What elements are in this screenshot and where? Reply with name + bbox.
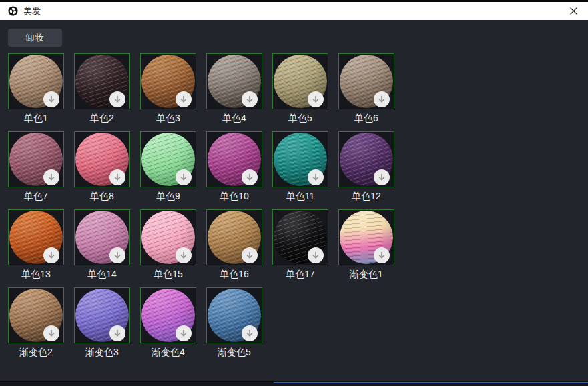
hair-color-tile[interactable]	[140, 53, 196, 109]
download-button[interactable]	[242, 169, 258, 185]
hair-color-cell: 单色3	[140, 53, 196, 124]
hair-color-tile[interactable]	[74, 53, 130, 109]
download-icon	[47, 173, 56, 182]
close-button[interactable]	[567, 5, 580, 18]
tile-label: 单色8	[74, 190, 130, 202]
download-icon	[245, 95, 254, 104]
hair-color-tile[interactable]	[74, 287, 130, 343]
tile-label: 单色15	[140, 268, 196, 280]
hair-color-cell: 单色11	[272, 131, 328, 202]
download-icon	[311, 95, 320, 104]
download-button[interactable]	[109, 169, 125, 185]
obs-logo-icon	[8, 6, 18, 16]
hair-color-tile[interactable]	[272, 209, 328, 265]
hair-color-cell: 单色16	[206, 209, 262, 280]
download-button[interactable]	[43, 91, 59, 107]
download-button[interactable]	[374, 169, 390, 185]
tile-label: 单色12	[338, 190, 394, 202]
desktop-background-bottom	[0, 381, 588, 386]
tile-label: 单色17	[272, 268, 328, 280]
tile-label: 渐变色1	[338, 268, 394, 280]
background-accent-line	[274, 382, 588, 383]
hair-color-tile[interactable]	[338, 209, 394, 265]
download-icon	[113, 173, 122, 182]
hair-color-cell: 渐变色4	[140, 287, 196, 358]
download-icon	[377, 95, 386, 104]
tile-label: 单色9	[140, 190, 196, 202]
hair-color-cell: 单色1	[8, 53, 64, 124]
tile-label: 单色10	[206, 190, 262, 202]
hair-color-tile[interactable]	[272, 131, 328, 187]
download-button[interactable]	[374, 247, 390, 263]
download-button[interactable]	[43, 325, 59, 341]
hair-color-cell: 单色9	[140, 131, 196, 202]
tile-label: 单色5	[272, 112, 328, 124]
download-button[interactable]	[176, 91, 192, 107]
tile-label: 单色4	[206, 112, 262, 124]
download-button[interactable]	[43, 247, 59, 263]
download-icon	[245, 173, 254, 182]
hair-color-tile[interactable]	[74, 131, 130, 187]
hair-color-tile[interactable]	[140, 131, 196, 187]
download-icon	[113, 95, 122, 104]
hair-color-tile[interactable]	[272, 53, 328, 109]
download-button[interactable]	[308, 169, 324, 185]
download-icon	[47, 329, 56, 338]
download-button[interactable]	[176, 325, 192, 341]
hair-color-cell: 单色2	[74, 53, 130, 124]
hair-color-tile[interactable]	[8, 53, 64, 109]
tile-label: 单色1	[8, 112, 64, 124]
download-icon	[47, 95, 56, 104]
hair-color-tile[interactable]	[140, 209, 196, 265]
download-button[interactable]	[242, 91, 258, 107]
hair-color-tile[interactable]	[206, 209, 262, 265]
download-button[interactable]	[308, 91, 324, 107]
download-button[interactable]	[109, 91, 125, 107]
hair-color-tile[interactable]	[206, 131, 262, 187]
download-button[interactable]	[176, 169, 192, 185]
hair-color-tile[interactable]	[338, 53, 394, 109]
tile-label: 单色14	[74, 268, 130, 280]
hair-color-cell: 渐变色1	[338, 209, 394, 280]
download-icon	[179, 95, 188, 104]
download-icon	[47, 251, 56, 260]
download-button[interactable]	[242, 325, 258, 341]
hair-color-cell: 单色7	[8, 131, 64, 202]
download-button[interactable]	[176, 247, 192, 263]
hair-dialog: 美发 卸妆 单色1	[0, 0, 588, 386]
hair-color-cell: 渐变色3	[74, 287, 130, 358]
download-button[interactable]	[43, 169, 59, 185]
hair-color-tile[interactable]	[8, 209, 64, 265]
tile-label: 单色16	[206, 268, 262, 280]
download-icon	[179, 251, 188, 260]
download-icon	[179, 329, 188, 338]
download-button[interactable]	[374, 91, 390, 107]
tile-label: 单色6	[338, 112, 394, 124]
hair-color-cell: 单色14	[74, 209, 130, 280]
hair-color-tile[interactable]	[74, 209, 130, 265]
hair-color-cell: 单色6	[338, 53, 394, 124]
tile-label: 渐变色2	[8, 346, 64, 358]
hair-color-tile[interactable]	[8, 287, 64, 343]
hair-color-cell: 单色5	[272, 53, 328, 124]
hair-color-tile[interactable]	[206, 53, 262, 109]
download-button[interactable]	[109, 247, 125, 263]
hair-color-tile[interactable]	[206, 287, 262, 343]
tile-label: 单色7	[8, 190, 64, 202]
dialog-titlebar: 美发	[0, 2, 588, 20]
download-button[interactable]	[109, 325, 125, 341]
download-icon	[113, 329, 122, 338]
download-button[interactable]	[308, 247, 324, 263]
tile-label: 渐变色3	[74, 346, 130, 358]
hair-color-cell: 单色12	[338, 131, 394, 202]
hair-color-cell: 渐变色2	[8, 287, 64, 358]
remove-makeup-button[interactable]: 卸妆	[8, 29, 62, 47]
hair-color-tile[interactable]	[338, 131, 394, 187]
download-button[interactable]	[242, 247, 258, 263]
hair-color-tile[interactable]	[8, 131, 64, 187]
dialog-body: 卸妆 单色1 单色2	[0, 20, 588, 381]
tile-label: 渐变色4	[140, 346, 196, 358]
hair-color-grid: 单色1 单色2 单色3	[8, 53, 408, 358]
hair-color-tile[interactable]	[140, 287, 196, 343]
hair-color-cell: 单色10	[206, 131, 262, 202]
